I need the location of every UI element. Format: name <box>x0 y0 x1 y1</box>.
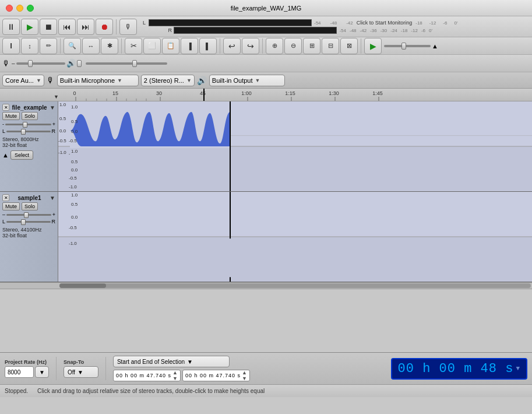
time-spinner-1[interactable]: ▲▼ <box>172 370 178 381</box>
zoom-sel-btn[interactable]: ⊞ <box>303 38 320 54</box>
silence-btn[interactable]: ▌ <box>199 38 217 54</box>
track-2-pan-r: R <box>52 219 56 224</box>
input-device-select[interactable]: Built-in Microphone ▼ <box>57 75 139 86</box>
time-input-1[interactable]: 00 h 00 m 47.740 s ▲▼ <box>113 370 181 381</box>
track-2-close-btn[interactable]: ✕ <box>2 194 9 201</box>
channels-label: 2 (Stereo) R... <box>144 77 184 84</box>
audio-host-arrow: ▼ <box>36 78 41 83</box>
vu-scale-1: -54 <box>314 20 321 26</box>
undo-btn[interactable]: ↩ <box>223 38 241 54</box>
svg-text:1:15: 1:15 <box>285 90 295 96</box>
play-button[interactable]: ▶ <box>21 19 38 35</box>
snap-to-group: Snap-To Off ▼ <box>64 359 98 378</box>
timeline-ruler[interactable]: ▼ 0 15 30 45 1:00 1:15 1:30 1:45 <box>0 89 532 101</box>
svg-rect-48 <box>70 197 530 235</box>
track-1-pan-slider[interactable] <box>6 131 50 132</box>
time-input-2[interactable]: 00 h 00 m 47.740 s ▲▼ <box>182 370 250 381</box>
track-1-select-btn[interactable]: Select <box>10 150 33 160</box>
track-1-info1: Stereo, 8000Hz <box>2 136 55 142</box>
snap-to-value: Off <box>68 369 75 376</box>
horizontal-scrollbar[interactable] <box>0 282 532 289</box>
project-rate-value: 8000 <box>8 369 20 376</box>
pause-button[interactable]: ⏸ <box>2 19 20 35</box>
skip-end-button[interactable]: ⏭ <box>77 19 94 35</box>
sep5 <box>262 38 263 54</box>
tool-draw-btn[interactable]: ✏ <box>40 38 57 54</box>
toolbar-row2: I ↕ ✏ 🔍 ↔ ✱ ✂ ⬜ 📋 ▐ ▌ ↩ ↪ ⊕ ⊖ ⊞ ⊟ ⊠ ▶ ▲ <box>0 37 532 55</box>
cut-btn[interactable]: ✂ <box>125 38 142 54</box>
svg-text:0.0: 0.0 <box>71 167 78 173</box>
monitoring-label[interactable]: Click to Start Monitoring <box>357 20 413 26</box>
skip-start-button[interactable]: ⏮ <box>58 19 76 35</box>
mic-button[interactable]: 🎙 <box>119 19 137 35</box>
input-device-label: Built-in Microphone <box>60 77 115 84</box>
tool-time-btn[interactable]: ↔ <box>82 38 100 54</box>
svg-text:-0.5: -0.5 <box>69 176 77 181</box>
paste-btn[interactable]: 📋 <box>162 38 179 54</box>
project-rate-select[interactable]: ▼ <box>35 366 49 378</box>
snap-to-label: Snap-To <box>64 359 98 365</box>
scrollbar-track[interactable] <box>59 283 531 288</box>
track-1-info2: 32-bit float <box>2 142 55 148</box>
track-1-solo-btn[interactable]: Solo <box>22 112 38 120</box>
scrollbar-thumb[interactable] <box>59 283 106 288</box>
svg-text:30: 30 <box>156 90 162 96</box>
selection-type-label: Start and End of Selection <box>117 359 185 365</box>
svg-rect-50 <box>70 238 530 277</box>
track-2-solo-btn[interactable]: Solo <box>22 202 38 210</box>
timer-arrow[interactable]: ▼ <box>516 365 520 372</box>
track-1-mute-btn[interactable]: Mute <box>2 112 20 120</box>
copy-btn[interactable]: ⬜ <box>143 38 161 54</box>
svg-rect-38 <box>70 148 230 188</box>
track-1-collapse-btn[interactable]: ▲ <box>2 152 9 159</box>
track-2-waveform[interactable]: 1.0 0.5 0.0 -0.5 -1.0 <box>58 192 532 282</box>
window-title: file_example_WAV_1MG <box>231 5 302 12</box>
track-1-gain-slider[interactable] <box>5 124 51 125</box>
trim-btn[interactable]: ▐ <box>181 38 198 54</box>
tool-multi-btn[interactable]: ✱ <box>101 38 118 54</box>
track-1-waveform[interactable]: 1.0 0.5 0.0 -0.5 -1.0 1.0 0.5 0.0 -0.5 -… <box>58 101 532 191</box>
svg-text:0.5: 0.5 <box>71 159 78 164</box>
snap-to-select[interactable]: Off ▼ <box>64 366 98 378</box>
sep4 <box>220 38 220 54</box>
vu-meter-area: L -54 -48 -42 Click to Start Monitoring … <box>143 19 457 34</box>
svg-text:1.0: 1.0 <box>71 192 78 198</box>
track-1-close-btn[interactable]: ✕ <box>2 104 9 111</box>
mic-device-icon: 🎙 <box>47 76 55 85</box>
tool-zoom-btn[interactable]: 🔍 <box>64 38 81 54</box>
svg-text:45: 45 <box>200 90 206 96</box>
track-2-arrow[interactable]: ▼ <box>50 195 55 201</box>
zoom-out-btn[interactable]: ⊖ <box>284 38 302 54</box>
channels-select[interactable]: 2 (Stereo) R... ▼ <box>141 75 195 86</box>
svg-text:-0.5: -0.5 <box>69 138 77 143</box>
close-button[interactable] <box>6 5 13 12</box>
redo-btn[interactable]: ↪ <box>242 38 259 54</box>
record-button[interactable]: ⏺ <box>96 19 113 35</box>
track-1-pan-r: R <box>52 128 56 134</box>
play-at-speed-btn[interactable]: ▶ <box>364 38 382 54</box>
track-2-pan-slider[interactable] <box>6 221 50 223</box>
svg-text:-1.0: -1.0 <box>69 184 77 190</box>
project-rate-arrow: ▼ <box>39 369 45 376</box>
selection-type-select[interactable]: Start and End of Selection ▼ <box>113 356 230 367</box>
audio-host-select[interactable]: Core Au... ▼ <box>2 75 44 86</box>
track-2-header: ✕ sample1 ▼ Mute Solo – + L R <box>0 192 58 282</box>
stop-button[interactable]: ⏹ <box>40 19 57 35</box>
track-2-gain-slider[interactable] <box>6 214 51 216</box>
zoom-fit-btn[interactable]: ⊟ <box>322 38 339 54</box>
svg-text:0.5: 0.5 <box>71 119 78 124</box>
bottom-controls: Project Rate (Hz) 8000 ▼ Snap-To Off ▼ S… <box>0 352 532 384</box>
tool-select-btn[interactable]: I <box>2 38 20 54</box>
minimize-button[interactable] <box>16 5 23 12</box>
zoom-in-btn[interactable]: ⊕ <box>266 38 283 54</box>
track-1-arrow[interactable]: ▼ <box>50 104 55 111</box>
maximize-button[interactable] <box>27 5 34 12</box>
track-2-mute-btn[interactable]: Mute <box>2 202 20 210</box>
device-row: Core Au... ▼ 🎙 Built-in Microphone ▼ 2 (… <box>0 72 532 89</box>
zoom-all-btn[interactable]: ⊠ <box>340 38 358 54</box>
track-1-name: file_example <box>12 104 47 111</box>
mic-icon: 🎙 <box>2 59 10 68</box>
output-device-select[interactable]: Built-in Output ▼ <box>209 75 285 86</box>
tool-envelope-btn[interactable]: ↕ <box>21 38 38 54</box>
time-spinner-2[interactable]: ▲▼ <box>242 370 247 381</box>
